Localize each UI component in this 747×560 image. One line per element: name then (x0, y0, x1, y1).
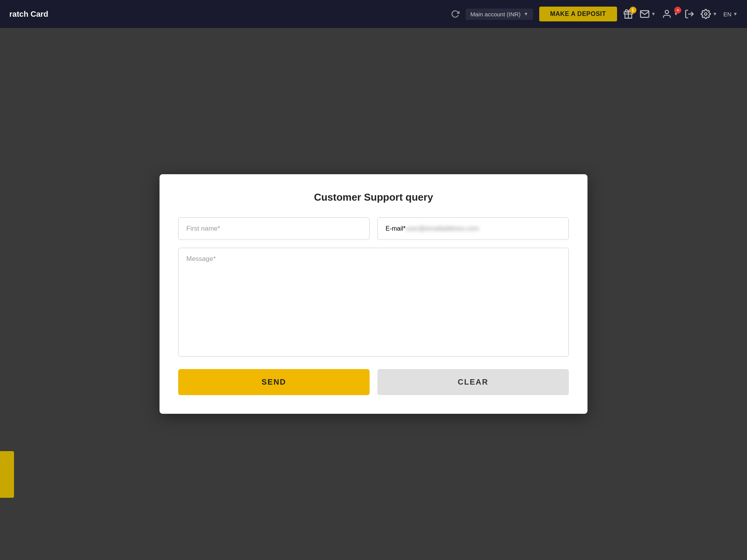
logout-button[interactable] (684, 9, 694, 19)
email-wrapper: E-mail* user@emailaddress.com (377, 217, 569, 240)
refresh-button[interactable] (451, 10, 459, 18)
first-name-input[interactable] (178, 217, 370, 240)
email-value: user@emailaddress.com (406, 225, 479, 233)
modal-overlay: Customer Support query E-mail* user@emai… (0, 28, 747, 560)
lang-label: EN (723, 11, 731, 18)
user-badge: ● (674, 7, 681, 14)
chevron-down-icon: ▼ (524, 11, 528, 17)
deposit-button[interactable]: MAKE A DEPOSIT (539, 7, 617, 21)
settings-chevron-icon: ▼ (712, 11, 717, 17)
first-name-group (178, 217, 370, 240)
svg-point-4 (705, 13, 707, 16)
settings-button[interactable]: ▼ (701, 9, 717, 19)
clear-button[interactable]: CLEAR (377, 369, 569, 395)
lang-chevron-icon: ▼ (733, 11, 738, 17)
email-label: E-mail* (386, 225, 406, 232)
navbar: ratch Card Main account (INR) ▼ MAKE A D… (0, 0, 747, 28)
mail-chevron-icon: ▼ (651, 11, 656, 17)
email-group: E-mail* user@emailaddress.com (377, 217, 569, 240)
send-button[interactable]: SEND (178, 369, 370, 395)
user-button[interactable]: ● ▼ (662, 9, 678, 19)
language-selector[interactable]: EN ▼ (723, 11, 738, 18)
page-background: Customer Support query E-mail* user@emai… (0, 28, 747, 560)
message-group (178, 248, 569, 358)
modal-title: Customer Support query (178, 191, 569, 203)
gift-badge: 1 (630, 7, 637, 14)
svg-point-2 (665, 10, 669, 14)
support-modal: Customer Support query E-mail* user@emai… (160, 174, 587, 414)
brand-title: ratch Card (9, 10, 48, 19)
mail-button[interactable]: ▼ (640, 9, 656, 19)
gift-button[interactable]: 1 (623, 9, 633, 19)
button-row: SEND CLEAR (178, 369, 569, 395)
account-label: Main account (INR) (470, 11, 521, 18)
account-selector[interactable]: Main account (INR) ▼ (466, 9, 533, 20)
form-row-top: E-mail* user@emailaddress.com (178, 217, 569, 240)
message-textarea[interactable] (178, 248, 569, 357)
